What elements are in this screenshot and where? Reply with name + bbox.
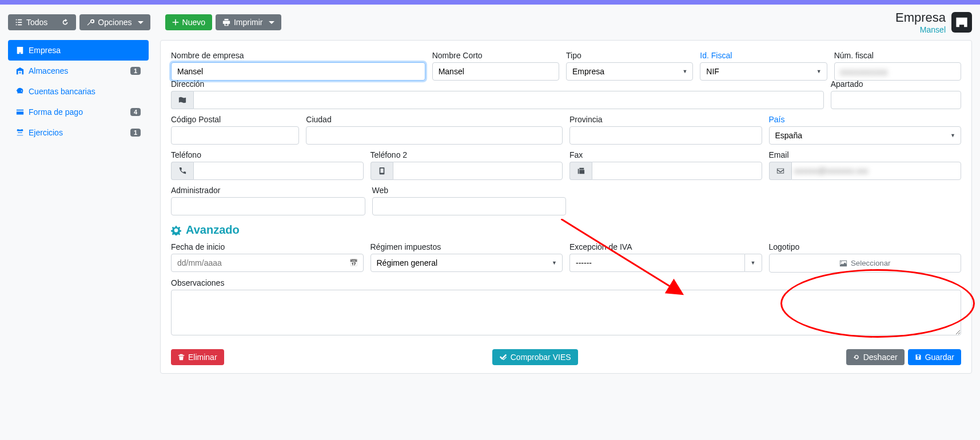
- telefono2-label: Teléfono 2: [371, 150, 563, 159]
- map-icon-prepend[interactable]: [171, 91, 193, 109]
- imprimir-button[interactable]: Imprimir: [216, 14, 281, 30]
- web-input[interactable]: [372, 197, 567, 215]
- imprimir-label: Imprimir: [234, 18, 263, 27]
- telefono-input[interactable]: [193, 162, 364, 180]
- envelope-icon-prepend: [769, 162, 791, 180]
- sidebar-item-label: Forma de pago: [29, 107, 83, 117]
- comprobar-vies-button[interactable]: Comprobar VIES: [492, 349, 578, 365]
- sidebar-item-label: Cuentas bancarias: [29, 87, 95, 96]
- logotipo-label: Logotipo: [769, 242, 962, 251]
- provincia-label: Provincia: [569, 115, 762, 124]
- apartado-label: Apartado: [831, 79, 961, 89]
- tipo-label: Tipo: [566, 51, 693, 60]
- mobile-icon-prepend: [371, 162, 393, 180]
- ciudad-label: Ciudad: [306, 115, 563, 124]
- pais-select[interactable]: España: [769, 126, 962, 145]
- page-title-block: Empresa Mansel: [895, 10, 946, 34]
- excepcion-iva-dropdown[interactable]: [744, 254, 762, 272]
- excepcion-iva-input[interactable]: [569, 254, 744, 272]
- main-layout: Empresa Almacenes 1 Cuentas bancarias Fo…: [0, 40, 980, 374]
- credit-card-icon: [16, 108, 24, 116]
- nombre-empresa-input[interactable]: [171, 62, 425, 81]
- phone-icon: [178, 167, 186, 175]
- todos-label: Todos: [26, 18, 47, 27]
- nombre-corto-label: Nombre Corto: [432, 51, 559, 60]
- wrench-icon: [86, 18, 94, 26]
- opciones-button[interactable]: Opciones: [79, 14, 150, 30]
- nombre-corto-input[interactable]: [432, 62, 559, 81]
- trash-icon: [178, 354, 185, 361]
- direccion-label: Dirección: [171, 79, 824, 89]
- administrador-label: Administrador: [171, 186, 365, 195]
- warehouse-icon: [16, 67, 24, 75]
- todos-group: Todos: [8, 14, 76, 30]
- codigo-postal-input[interactable]: [171, 126, 299, 145]
- pais-label[interactable]: País: [769, 115, 962, 124]
- nuevo-label: Nuevo: [182, 18, 205, 27]
- fax-icon: [577, 167, 585, 175]
- print-icon: [222, 18, 230, 26]
- todos-button[interactable]: Todos: [8, 14, 54, 30]
- building-icon: [16, 46, 24, 54]
- sidebar-item-cuentas[interactable]: Cuentas bancarias: [8, 81, 149, 102]
- logotipo-seleccionar-button[interactable]: Seleccionar: [769, 254, 962, 273]
- observaciones-textarea[interactable]: [171, 290, 961, 335]
- web-label: Web: [372, 186, 567, 195]
- fax-input[interactable]: [592, 162, 762, 180]
- direccion-input[interactable]: [193, 91, 824, 109]
- piggy-bank-icon: [16, 87, 24, 95]
- undo-icon: [853, 354, 860, 361]
- sidebar-item-label: Almacenes: [29, 66, 68, 75]
- phone-icon-prepend: [171, 162, 193, 180]
- building-icon-large: [951, 12, 972, 33]
- toolbar: Todos Opciones Nuevo Imprimir Empresa Ma…: [0, 5, 980, 40]
- mobile-icon: [378, 167, 386, 175]
- tipo-select[interactable]: Empresa: [566, 62, 693, 81]
- sidebar-item-ejercicios[interactable]: Ejercicios 1: [8, 122, 149, 143]
- excepcion-iva-label: Excepción de IVA: [569, 242, 762, 251]
- page-title: Empresa: [895, 10, 946, 25]
- observaciones-label: Observaciones: [171, 278, 961, 287]
- panel-footer: Eliminar Comprobar VIES Deshacer Guardar: [171, 341, 961, 373]
- refresh-icon: [61, 18, 69, 26]
- id-fiscal-label[interactable]: Id. Fiscal: [700, 51, 827, 60]
- ciudad-input[interactable]: [306, 126, 563, 145]
- form-panel: Nombre de empresa Nombre Corto Tipo Empr…: [160, 40, 972, 374]
- apartado-input[interactable]: [831, 91, 961, 109]
- eliminar-button[interactable]: Eliminar: [171, 349, 224, 365]
- fax-icon-prepend: [569, 162, 592, 180]
- num-fiscal-label: Núm. fiscal: [834, 51, 961, 60]
- email-label: Email: [769, 150, 962, 159]
- list-icon: [15, 18, 23, 26]
- nuevo-button[interactable]: Nuevo: [165, 14, 212, 30]
- telefono-label: Teléfono: [171, 150, 364, 159]
- fax-label: Fax: [569, 150, 762, 159]
- sidebar: Empresa Almacenes 1 Cuentas bancarias Fo…: [8, 40, 149, 143]
- sidebar-item-forma-pago[interactable]: Forma de pago 4: [8, 102, 149, 122]
- plus-icon: [172, 19, 179, 26]
- telefono2-input[interactable]: [393, 162, 563, 180]
- provincia-input[interactable]: [569, 126, 762, 145]
- sidebar-item-label: Empresa: [29, 46, 61, 55]
- toolbar-right: Empresa Mansel: [895, 10, 972, 34]
- regimen-select[interactable]: Régimen general: [371, 254, 563, 272]
- top-accent-bar: [0, 0, 980, 5]
- sidebar-item-label: Ejercicios: [29, 128, 63, 137]
- nombre-empresa-label: Nombre de empresa: [171, 51, 425, 60]
- calendar-icon: [16, 129, 24, 137]
- sidebar-badge: 1: [130, 67, 141, 75]
- fecha-inicio-input[interactable]: [171, 254, 364, 272]
- administrador-input[interactable]: [171, 197, 365, 215]
- avanzado-title: Avanzado: [171, 223, 961, 237]
- gear-icon: [171, 225, 181, 235]
- sidebar-badge: 4: [130, 108, 141, 116]
- id-fiscal-select[interactable]: NIF: [700, 62, 827, 81]
- sidebar-item-almacenes[interactable]: Almacenes 1: [8, 61, 149, 81]
- guardar-button[interactable]: Guardar: [908, 349, 961, 365]
- deshacer-button[interactable]: Deshacer: [846, 349, 905, 365]
- page-subtitle[interactable]: Mansel: [895, 25, 946, 34]
- sidebar-item-empresa[interactable]: Empresa: [8, 40, 149, 61]
- toolbar-left: Todos Opciones Nuevo Imprimir: [8, 14, 281, 30]
- check-double-icon: [499, 353, 507, 361]
- refresh-button[interactable]: [54, 14, 76, 30]
